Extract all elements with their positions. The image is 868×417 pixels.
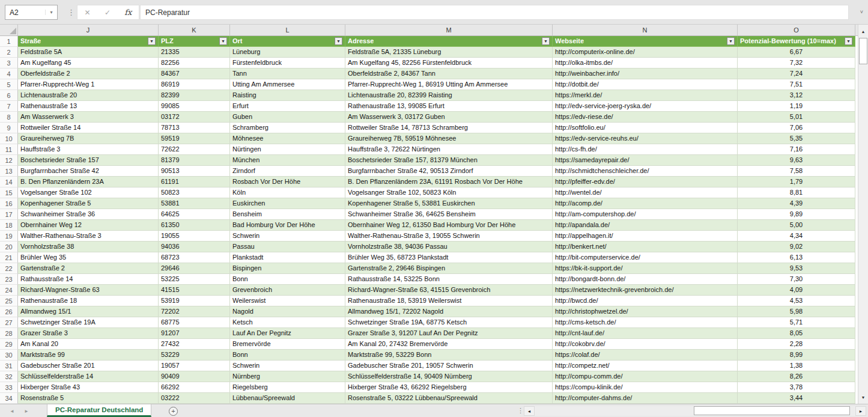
column-header-L[interactable]: L bbox=[230, 25, 345, 35]
cell[interactable]: https://bk-it-support.de/ bbox=[553, 263, 738, 274]
cell[interactable]: Rottweiler Straße 14, 78713 Schramberg bbox=[345, 123, 553, 133]
cell[interactable]: Rosenstraße 5 bbox=[18, 393, 159, 404]
row-header-30[interactable]: 30 bbox=[0, 350, 18, 361]
cell[interactable]: Obernhainer Weg 12, 61350 Bad Homburg Vo… bbox=[345, 220, 553, 231]
cell[interactable]: http://cs-fh.de/ bbox=[553, 144, 738, 155]
cell[interactable]: https://netzwerktechnik-grevenbroich.de/ bbox=[553, 285, 738, 296]
cell[interactable]: 82256 bbox=[159, 58, 230, 68]
formula-input[interactable]: PC-Reparatur bbox=[140, 5, 849, 20]
row-header-9[interactable]: 9 bbox=[0, 123, 18, 133]
cell[interactable]: http://schmidtchenschleicher.de/ bbox=[553, 166, 738, 177]
cell[interactable]: Bonn bbox=[230, 274, 345, 285]
scroll-down-icon[interactable]: ▼ bbox=[858, 392, 868, 403]
cell[interactable]: 6,13 bbox=[738, 252, 855, 263]
cell[interactable]: 7,06 bbox=[738, 123, 855, 133]
cell[interactable]: 8,81 bbox=[738, 187, 855, 198]
cell[interactable]: Schwanheimer Straße 36 bbox=[18, 209, 159, 220]
cell[interactable]: Boschetsrieder Straße 157 bbox=[18, 155, 159, 166]
cell[interactable]: Lichtenaustraße 20, 82399 Raisting bbox=[345, 90, 553, 101]
cell[interactable]: http://softfolio.eu/ bbox=[553, 123, 738, 133]
cell[interactable]: Rathausstraße 14, 53225 Bonn bbox=[345, 274, 553, 285]
cell[interactable]: Schwetzinger Straße 19A, 68775 Ketsch bbox=[345, 317, 553, 328]
cell[interactable]: Bremervörde bbox=[230, 339, 345, 350]
cell[interactable]: 8,99 bbox=[738, 350, 855, 361]
cell[interactable]: 41515 bbox=[159, 285, 230, 296]
cell[interactable]: Walther-Rathenau-Straße 3 bbox=[18, 231, 159, 242]
cell[interactable]: Bad Homburg Vor Der Höhe bbox=[230, 220, 345, 231]
cell[interactable]: 4,39 bbox=[738, 198, 855, 209]
cell[interactable]: 9,63 bbox=[738, 155, 855, 166]
row-header-20[interactable]: 20 bbox=[0, 242, 18, 252]
cell[interactable]: http://cnt-lauf.de/ bbox=[553, 328, 738, 339]
cell[interactable]: 61191 bbox=[159, 177, 230, 187]
column-header-O[interactable]: O bbox=[738, 25, 855, 35]
cell[interactable]: 5,01 bbox=[738, 112, 855, 123]
cell[interactable]: http://bit-computerservice.de/ bbox=[553, 252, 738, 263]
cell[interactable]: 19055 bbox=[159, 231, 230, 242]
row-header-2[interactable]: 2 bbox=[0, 47, 18, 58]
row-header-7[interactable]: 7 bbox=[0, 101, 18, 112]
cell[interactable]: 53919 bbox=[159, 296, 230, 306]
cell[interactable]: Bonn bbox=[230, 350, 345, 361]
row-header-22[interactable]: 22 bbox=[0, 263, 18, 274]
cell[interactable]: 27432 bbox=[159, 339, 230, 350]
filter-dropdown-icon[interactable]: ▼ bbox=[148, 37, 156, 45]
cell[interactable]: Brühler Weg 35, 68723 Plankstadt bbox=[345, 252, 553, 263]
cell[interactable]: Vornholzstraße 38, 94036 Passau bbox=[345, 242, 553, 252]
cell[interactable]: http://edv-service-joerg-ryska.de/ bbox=[553, 101, 738, 112]
sheet-next-icon[interactable]: ► bbox=[24, 409, 29, 414]
cell[interactable]: Köln bbox=[230, 187, 345, 198]
table-column-header[interactable]: Ort▼ bbox=[230, 36, 345, 47]
column-header-J[interactable]: J bbox=[18, 25, 159, 35]
row-header-28[interactable]: 28 bbox=[0, 328, 18, 339]
cell[interactable]: Gartenstraße 2 bbox=[18, 263, 159, 274]
cell[interactable]: 53225 bbox=[159, 274, 230, 285]
cell[interactable]: Gartenstraße 2, 29646 Bispingen bbox=[345, 263, 553, 274]
cell[interactable]: 84367 bbox=[159, 68, 230, 79]
row-header-3[interactable]: 3 bbox=[0, 58, 18, 68]
cell[interactable]: Burgfarrnbacher Straße 42 bbox=[18, 166, 159, 177]
cell[interactable]: Marktstraße 99 bbox=[18, 350, 159, 361]
cell[interactable]: Nagold bbox=[230, 306, 345, 317]
cell[interactable]: Schwetzinger Straße 19A bbox=[18, 317, 159, 328]
cell[interactable]: 9,89 bbox=[738, 209, 855, 220]
row-header-13[interactable]: 13 bbox=[0, 166, 18, 177]
filter-dropdown-icon[interactable]: ▼ bbox=[335, 37, 342, 45]
filter-dropdown-icon[interactable]: ▼ bbox=[542, 37, 550, 45]
cell[interactable]: Rathausstraße 14 bbox=[18, 274, 159, 285]
cell[interactable]: Hixberger Straße 43, 66292 Riegelsberg bbox=[345, 382, 553, 393]
cell[interactable]: Obernhainer Weg 12 bbox=[18, 220, 159, 231]
cell[interactable]: Hixberger Straße 43 bbox=[18, 382, 159, 393]
cell[interactable]: Passau bbox=[230, 242, 345, 252]
table-column-header[interactable]: Potenzial-Bewertung (10=max)▼ bbox=[738, 36, 855, 47]
cell[interactable]: 90513 bbox=[159, 166, 230, 177]
tab-bar-handle-icon[interactable]: ⋮ bbox=[517, 407, 524, 415]
row-header-21[interactable]: 21 bbox=[0, 252, 18, 263]
cell[interactable]: 2,28 bbox=[738, 339, 855, 350]
cell[interactable]: Allmandweg 15/1, 72202 Nagold bbox=[345, 306, 553, 317]
select-all-corner[interactable] bbox=[0, 25, 18, 35]
scroll-right-icon[interactable]: ► bbox=[855, 406, 866, 416]
horizontal-scrollbar-thumb[interactable] bbox=[694, 406, 850, 415]
cell[interactable]: Gadebuscher Straße 201, 19057 Schwerin bbox=[345, 361, 553, 371]
row-header-5[interactable]: 5 bbox=[0, 79, 18, 90]
cell[interactable]: Allmandweg 15/1 bbox=[18, 306, 159, 317]
cell[interactable]: 99085 bbox=[159, 101, 230, 112]
cell[interactable]: Hauffstraße 3 bbox=[18, 144, 159, 155]
cell[interactable]: 7,30 bbox=[738, 274, 855, 285]
cell[interactable]: 29646 bbox=[159, 263, 230, 274]
cell[interactable]: Lübbenau/Spreewald bbox=[230, 393, 345, 404]
cell[interactable]: 7,58 bbox=[738, 166, 855, 177]
cell[interactable]: 5,35 bbox=[738, 133, 855, 144]
cell[interactable]: http://bwcd.de/ bbox=[553, 296, 738, 306]
cell[interactable]: 91207 bbox=[159, 328, 230, 339]
cell[interactable]: Hauffstraße 3, 72622 Nürtingen bbox=[345, 144, 553, 155]
column-header-M[interactable]: M bbox=[345, 25, 553, 35]
filter-dropdown-icon[interactable]: ▼ bbox=[219, 37, 227, 45]
cell[interactable]: http://appelhagen.it/ bbox=[553, 231, 738, 242]
filter-dropdown-icon[interactable]: ▼ bbox=[845, 37, 852, 45]
cell[interactable]: Rathenaustraße 18 bbox=[18, 296, 159, 306]
row-header-4[interactable]: 4 bbox=[0, 68, 18, 79]
cell[interactable]: Bensheim bbox=[230, 209, 345, 220]
cell[interactable]: http://computer-dahms.de/ bbox=[553, 393, 738, 404]
